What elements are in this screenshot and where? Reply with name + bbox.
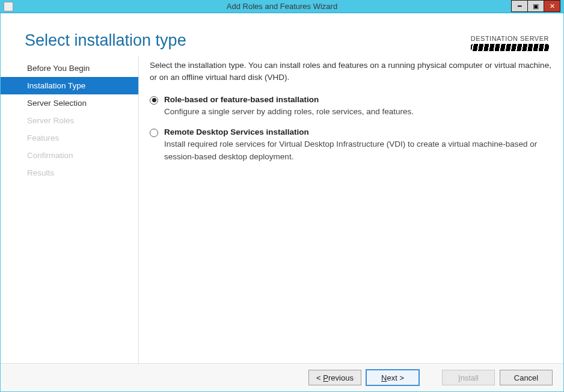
- option-role-based[interactable]: Role-based or feature-based installation…: [150, 94, 551, 118]
- destination-block: DESTINATION SERVER: [471, 35, 549, 51]
- sidebar-item-before-you-begin[interactable]: Before You Begin: [1, 60, 138, 77]
- client-area: Select installation type DESTINATION SER…: [0, 13, 564, 392]
- wizard-header: Select installation type DESTINATION SER…: [1, 13, 563, 56]
- wizard-content: Select the installation type. You can in…: [150, 56, 551, 363]
- maximize-button[interactable]: ▣: [527, 0, 544, 12]
- option-desc: Configure a single server by adding role…: [164, 106, 551, 118]
- sidebar-item-server-roles: Server Roles: [1, 112, 138, 129]
- window-controls: ━ ▣ ✕: [512, 0, 560, 12]
- title-bar: Add Roles and Features Wizard ━ ▣ ✕: [0, 0, 564, 13]
- previous-button[interactable]: < Previous: [308, 370, 361, 385]
- radio-icon[interactable]: [150, 129, 158, 137]
- cancel-button[interactable]: Cancel: [500, 370, 553, 385]
- app-icon: [4, 2, 13, 11]
- option-text: Role-based or feature-based installation…: [164, 94, 551, 118]
- window-title: Add Roles and Features Wizard: [227, 2, 337, 11]
- sidebar-item-label: Confirmation: [27, 151, 73, 160]
- option-title: Remote Desktop Services installation: [164, 126, 551, 138]
- destination-label: DESTINATION SERVER: [471, 35, 549, 42]
- button-spacer: [424, 370, 437, 385]
- destination-server-name: [471, 44, 549, 51]
- minimize-button[interactable]: ━: [511, 0, 528, 12]
- close-button[interactable]: ✕: [544, 0, 560, 12]
- next-button[interactable]: Next >: [366, 370, 419, 385]
- sidebar-item-label: Server Selection: [27, 99, 87, 108]
- option-text: Remote Desktop Services installation Ins…: [164, 126, 551, 163]
- sidebar-item-label: Before You Begin: [27, 64, 90, 73]
- option-remote-desktop[interactable]: Remote Desktop Services installation Ins…: [150, 126, 551, 163]
- sidebar-item-label: Results: [27, 168, 54, 177]
- wizard-body: Before You Begin Installation Type Serve…: [1, 56, 563, 363]
- sidebar-item-results: Results: [1, 164, 138, 182]
- sidebar-item-confirmation: Confirmation: [1, 147, 138, 164]
- wizard-footer: < Previous Next > Install Cancel: [1, 363, 563, 391]
- install-button: Install: [442, 370, 495, 385]
- sidebar-item-installation-type[interactable]: Installation Type: [1, 77, 138, 94]
- option-desc: Install required role services for Virtu…: [164, 138, 551, 163]
- radio-icon[interactable]: [150, 96, 158, 105]
- sidebar-item-label: Server Roles: [27, 116, 74, 125]
- sidebar-item-label: Installation Type: [27, 81, 85, 90]
- page-title: Select installation type: [25, 31, 545, 50]
- sidebar-item-features: Features: [1, 129, 138, 147]
- option-title: Role-based or feature-based installation: [164, 94, 551, 106]
- intro-text: Select the installation type. You can in…: [150, 60, 551, 84]
- wizard-sidebar: Before You Begin Installation Type Serve…: [1, 56, 139, 363]
- sidebar-item-label: Features: [27, 133, 59, 142]
- sidebar-item-server-selection[interactable]: Server Selection: [1, 94, 138, 112]
